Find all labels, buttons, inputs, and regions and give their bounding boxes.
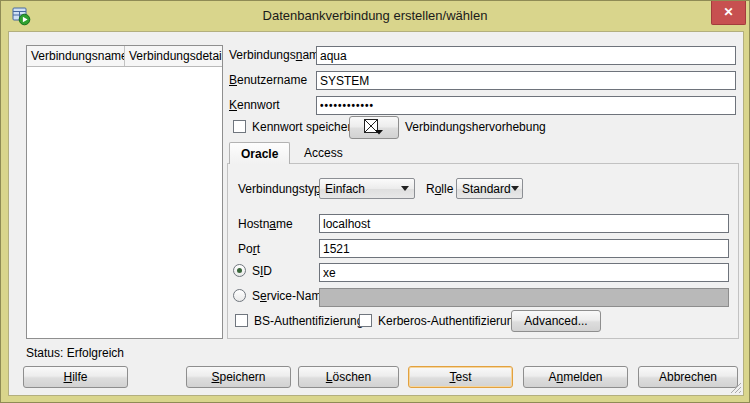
connection-type-label: Verbindungstyp	[238, 183, 321, 196]
chevron-down-icon	[511, 186, 519, 191]
column-header-connection-details[interactable]: Verbindungsdetails	[125, 46, 222, 66]
password-label: Kennwort	[229, 99, 280, 112]
connection-name-label: Verbindungsname	[229, 49, 326, 62]
help-button[interactable]: Hilfe	[23, 366, 128, 388]
port-input[interactable]	[319, 239, 729, 258]
dialog-title: Datenbankverbindung erstellen/wählen	[1, 1, 749, 31]
advanced-button[interactable]: Advanced...	[511, 310, 601, 332]
sid-radio[interactable]	[233, 264, 246, 277]
database-run-icon	[11, 6, 31, 26]
sid-label: SID	[252, 265, 272, 278]
service-name-radio[interactable]	[233, 289, 246, 302]
port-label: Port	[238, 243, 260, 256]
connections-table[interactable]: Verbindungsname Verbindungsdetails	[26, 45, 223, 339]
database-connection-dialog: Datenbankverbindung erstellen/wählen ✕ V…	[0, 0, 750, 403]
service-name-input	[319, 288, 729, 307]
hostname-label: Hostname	[238, 218, 293, 231]
titlebar[interactable]: Datenbankverbindung erstellen/wählen ✕	[1, 1, 749, 31]
cancel-button[interactable]: Abbrechen	[638, 366, 738, 388]
no-color-icon	[363, 118, 385, 138]
close-icon: ✕	[723, 5, 733, 19]
connection-type-select[interactable]: Einfach	[319, 178, 415, 199]
connect-button[interactable]: Anmelden	[523, 366, 628, 388]
close-button[interactable]: ✕	[711, 1, 746, 25]
username-input[interactable]	[316, 71, 736, 90]
column-header-connection-name[interactable]: Verbindungsname	[27, 46, 125, 66]
connection-highlight-label: Verbindungshervorhebung	[405, 121, 546, 134]
delete-button[interactable]: Löschen	[298, 366, 399, 388]
save-button[interactable]: Speichern	[186, 366, 291, 388]
kerberos-authentication-label: Kerberos-Authentifizierung	[378, 315, 520, 328]
hostname-input[interactable]	[319, 214, 729, 233]
tab-access[interactable]: Access	[293, 143, 354, 163]
save-password-label: Kennwort speichern	[252, 121, 358, 134]
dialog-content: Verbindungsname Verbindungsdetails Verbi…	[8, 31, 744, 396]
role-label: Rolle	[426, 183, 453, 196]
status-text: Status: Erfolgreich	[26, 346, 124, 360]
connection-color-button[interactable]	[349, 116, 399, 139]
chevron-down-icon	[401, 186, 409, 191]
connection-name-input[interactable]	[316, 46, 736, 65]
role-select[interactable]: Standard	[456, 178, 523, 199]
connections-table-header: Verbindungsname Verbindungsdetails	[27, 46, 222, 67]
resize-grip[interactable]	[728, 380, 741, 393]
username-label: Benutzername	[229, 74, 307, 87]
service-name-label: Service-Name	[252, 290, 328, 303]
os-authentication-label: BS-Authentifizierung	[254, 315, 363, 328]
os-authentication-checkbox[interactable]	[235, 314, 248, 327]
password-input[interactable]	[316, 96, 736, 115]
tab-oracle[interactable]: Oracle	[229, 142, 290, 164]
kerberos-authentication-checkbox[interactable]	[359, 314, 372, 327]
test-button[interactable]: Test	[408, 366, 513, 388]
sid-input[interactable]	[319, 263, 729, 282]
save-password-checkbox[interactable]	[233, 120, 246, 133]
